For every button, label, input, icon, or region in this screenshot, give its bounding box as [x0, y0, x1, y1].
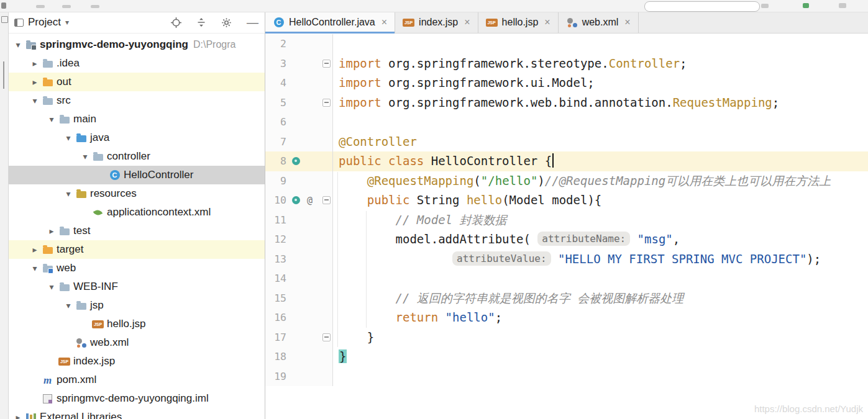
project-tool-window-icon[interactable]	[1, 16, 8, 23]
tab-close-icon[interactable]: ×	[464, 17, 470, 28]
code-line-2[interactable]: 2	[265, 34, 868, 54]
tree-collapsed-arrow-icon[interactable]: ▸	[28, 245, 42, 255]
tree-collapsed-arrow-icon[interactable]: ▸	[28, 58, 42, 68]
code-line-3[interactable]: 3import org.springframework.stereotype.C…	[265, 54, 868, 74]
code-line-9[interactable]: 9 @RequestMapping("/hello")//@RequestMap…	[265, 171, 868, 191]
tree-item-out[interactable]: ▸out	[9, 73, 265, 91]
gutter: 9	[265, 171, 333, 191]
tree-item-springmvc-demo-yuyongqing.iml[interactable]: springmvc-demo-yuyongqing.iml	[9, 389, 265, 408]
tool-window-stripe-label[interactable]	[3, 61, 4, 89]
code-text: import org.springframework.ui.Model;	[333, 73, 595, 93]
code-line-18[interactable]: 18}	[265, 347, 868, 367]
tab-HelloController.java[interactable]: CHelloController.java×	[265, 12, 395, 33]
tree-collapsed-arrow-icon[interactable]: ▸	[28, 77, 42, 87]
locate-file-icon[interactable]	[171, 17, 181, 28]
code-line-15[interactable]: 15 // 返回的字符串就是视图的名字 会被视图解析器处理	[265, 289, 868, 309]
tree-collapsed-arrow-icon[interactable]: ▸	[11, 412, 25, 419]
fold-marker[interactable]	[322, 60, 331, 68]
collapse-all-icon[interactable]	[196, 17, 206, 27]
tree-item-web.xml[interactable]: web.xml	[9, 333, 265, 352]
project-view-selector[interactable]: Project	[28, 16, 61, 29]
hide-panel-icon[interactable]: —	[247, 19, 258, 25]
tree-item-test[interactable]: ▸test	[9, 222, 265, 240]
tab-hello.jsp[interactable]: JSPhello.jsp×	[478, 12, 559, 33]
tree-item-hello.jsp[interactable]: JSPhello.jsp	[9, 315, 265, 333]
chevron-down-icon[interactable]: ▾	[65, 18, 69, 27]
tree-item-pom.xml[interactable]: mpom.xml	[9, 371, 265, 389]
line-number: 3	[268, 58, 286, 70]
tree-item-java[interactable]: ▾java	[9, 128, 265, 147]
code-line-6[interactable]: 6	[265, 112, 868, 132]
tree-item-label: resources	[90, 187, 137, 200]
code-line-14[interactable]: 14	[265, 269, 868, 289]
bean-icon	[290, 156, 302, 166]
code-line-17[interactable]: 17 }	[265, 328, 868, 348]
line-number: 8	[268, 155, 286, 167]
tree-item-target[interactable]: ▸target	[9, 240, 265, 259]
tree-item-index.jsp[interactable]: JSPindex.jsp	[9, 352, 265, 371]
project-panel-header: Project ▾ —	[9, 12, 265, 34]
gutter: 11	[265, 210, 333, 230]
code-text: attributeValue: "HELLO MY FIRST SPRING M…	[333, 250, 821, 269]
tree-item-springmvc-demo-yuyongqing[interactable]: ▾springmvc-demo-yuyongqingD:\Progra	[9, 35, 265, 54]
code-line-4[interactable]: 4import org.springframework.ui.Model;	[265, 73, 868, 93]
code-editor[interactable]: 23import org.springframework.stereotype.…	[265, 33, 868, 419]
code-line-10[interactable]: 10@ public String hello(Model model){	[265, 191, 868, 210]
tree-item-label: pom.xml	[57, 374, 96, 386]
fold-marker[interactable]	[322, 196, 331, 204]
code-line-8[interactable]: 8public class HelloController {	[265, 151, 868, 171]
tree-item-src[interactable]: ▾src	[9, 91, 265, 110]
code-line-5[interactable]: 5import org.springframework.web.bind.ann…	[265, 93, 868, 113]
folder-excluded-icon	[42, 245, 53, 255]
code-text: // 返回的字符串就是视图的名字 会被视图解析器处理	[333, 289, 683, 309]
tab-index.jsp[interactable]: JSPindex.jsp×	[395, 12, 478, 33]
code-text: public String hello(Model model){	[333, 191, 601, 210]
code-line-12[interactable]: 12 model.addAttribute( attributeName: "m…	[265, 230, 868, 250]
tree-item-WEB-INF[interactable]: ▾WEB-INF	[9, 277, 265, 296]
run-icon[interactable]	[803, 3, 809, 8]
toolbar-search-input[interactable]	[644, 1, 760, 12]
tree-item-controller[interactable]: ▾controller	[9, 147, 265, 166]
fold-marker[interactable]	[322, 333, 331, 341]
fold-marker[interactable]	[322, 99, 331, 107]
tab-close-icon[interactable]: ×	[624, 17, 630, 28]
gear-icon[interactable]	[221, 17, 232, 28]
tree-expanded-arrow-icon[interactable]: ▾	[28, 96, 42, 106]
tree-expanded-arrow-icon[interactable]: ▾	[45, 114, 58, 124]
tree-expanded-arrow-icon[interactable]: ▾	[11, 40, 25, 50]
code-line-7[interactable]: 7@Controller	[265, 132, 868, 152]
tree-item-web[interactable]: ▾web	[9, 259, 265, 277]
folder-icon	[42, 96, 53, 106]
tree-item-applicationcontext.xml[interactable]: applicationcontext.xml	[9, 203, 265, 222]
line-number: 2	[268, 38, 286, 50]
ide-window: { "theme": { "keyword": "#C4752B", "anno…	[0, 0, 868, 419]
tree-item-resources[interactable]: ▾resources	[9, 184, 265, 203]
tab-close-icon[interactable]: ×	[544, 17, 550, 28]
line-number: 15	[268, 292, 286, 304]
code-line-11[interactable]: 11 // Model 封装数据	[265, 210, 868, 230]
maven-icon: m	[42, 375, 53, 385]
tree-expanded-arrow-icon[interactable]: ▾	[28, 263, 42, 273]
tree-expanded-arrow-icon[interactable]: ▾	[78, 151, 92, 161]
tree-item-.idea[interactable]: ▸.idea	[9, 54, 265, 73]
folder-web-icon	[42, 263, 53, 273]
tree-expanded-arrow-icon[interactable]: ▾	[62, 133, 75, 143]
tree-expanded-arrow-icon[interactable]: ▾	[62, 189, 75, 199]
tree-item-label: main	[73, 113, 96, 125]
tree-expanded-arrow-icon[interactable]: ▾	[62, 300, 75, 310]
line-number: 16	[268, 312, 286, 323]
code-line-16[interactable]: 16 return "hello";	[265, 308, 868, 328]
tree-item-HelloController[interactable]: CHelloController	[9, 166, 265, 184]
tab-web.xml[interactable]: web.xml×	[559, 12, 639, 33]
tree-collapsed-arrow-icon[interactable]: ▸	[45, 226, 58, 236]
code-line-13[interactable]: 13 attributeValue: "HELLO MY FIRST SPRIN…	[265, 250, 868, 269]
code-line-19[interactable]: 19	[265, 367, 868, 387]
tree-item-main[interactable]: ▾main	[9, 110, 265, 128]
gutter: 19	[265, 367, 333, 387]
tree-item-External Libraries[interactable]: ▸External Libraries	[9, 408, 265, 419]
tree-item-jsp[interactable]: ▾jsp	[9, 296, 265, 315]
tree-expanded-arrow-icon[interactable]: ▾	[45, 282, 58, 292]
tab-close-icon[interactable]: ×	[381, 17, 387, 28]
tab-label: index.jsp	[419, 17, 458, 28]
indent-guide	[337, 172, 338, 347]
